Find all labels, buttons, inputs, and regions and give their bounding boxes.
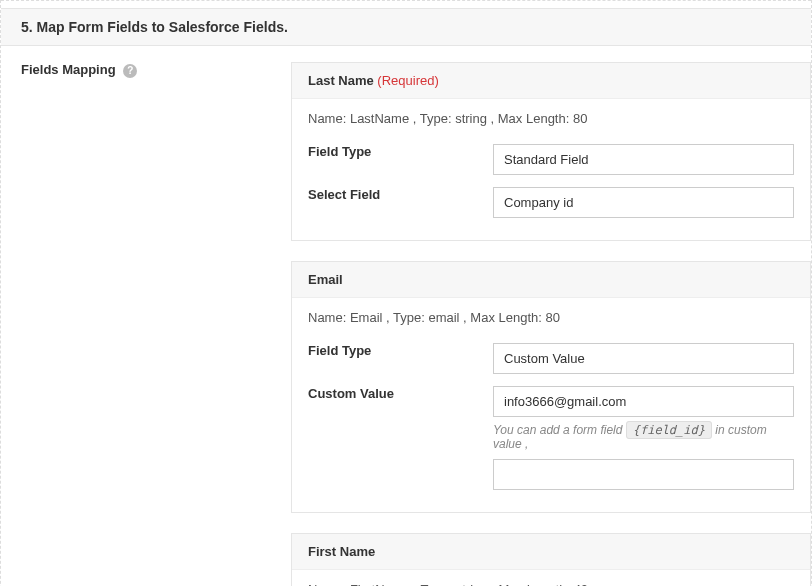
mapping-block-first-name: First Name Name: FirstName , Type: strin…: [291, 533, 811, 586]
field-type-label: Field Type: [308, 343, 493, 358]
mapping-block-last-name: Last Name (Required) Name: LastName , Ty…: [291, 62, 811, 241]
field-type-select[interactable]: [493, 343, 794, 374]
extra-value-input[interactable]: [493, 459, 794, 490]
code-chip: {field_id}: [626, 421, 712, 439]
select-field-select[interactable]: [493, 187, 794, 218]
custom-value-hint: You can add a form field {field_id} in c…: [493, 423, 794, 451]
block-title: Email: [308, 272, 343, 287]
field-meta: Name: FirstName , Type: string , Max Len…: [308, 582, 794, 586]
mapping-block-email: Email Name: Email , Type: email , Max Le…: [291, 261, 811, 513]
block-header: Email: [292, 262, 810, 298]
block-header: Last Name (Required): [292, 63, 810, 99]
field-meta: Name: LastName , Type: string , Max Leng…: [308, 111, 794, 126]
field-type-label: Field Type: [308, 144, 493, 159]
field-meta: Name: Email , Type: email , Max Length: …: [308, 310, 794, 325]
block-header: First Name: [292, 534, 810, 570]
step-title: 5. Map Form Fields to Salesforce Fields.: [21, 19, 791, 35]
field-type-select[interactable]: [493, 144, 794, 175]
custom-value-input[interactable]: [493, 386, 794, 417]
required-label: (Required): [374, 73, 439, 88]
fields-mapping-label: Fields Mapping: [21, 62, 116, 77]
block-title: Last Name: [308, 73, 374, 88]
block-title: First Name: [308, 544, 375, 559]
custom-value-label: Custom Value: [308, 386, 493, 401]
step-header: 5. Map Form Fields to Salesforce Fields.: [1, 8, 811, 46]
help-icon[interactable]: ?: [123, 64, 137, 78]
select-field-label: Select Field: [308, 187, 493, 202]
